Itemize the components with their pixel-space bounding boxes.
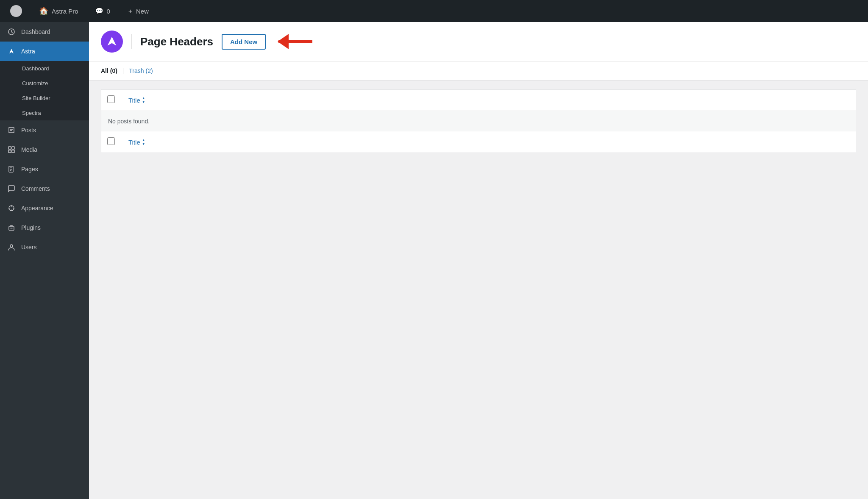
sort-down-arrow: ▼	[142, 100, 145, 104]
comments-icon: 💬	[95, 7, 103, 15]
sidebar-item-pages[interactable]: Pages	[0, 159, 89, 179]
no-posts-cell: No posts found.	[101, 111, 856, 132]
table-body: No posts found.	[101, 111, 856, 132]
active-arrow	[85, 47, 89, 56]
comments-item[interactable]: 💬 0	[92, 6, 114, 17]
table-head: Title ▲ ▼	[101, 89, 856, 111]
select-all-checkbox[interactable]	[107, 95, 115, 103]
posts-icon	[7, 125, 16, 135]
appearance-icon	[7, 204, 16, 213]
select-all-footer-checkbox[interactable]	[107, 137, 115, 145]
sidebar-item-appearance[interactable]: Appearance	[0, 198, 89, 218]
checkbox-footer	[101, 131, 122, 153]
dashboard-icon	[7, 27, 16, 36]
home-label: Astra Pro	[52, 8, 78, 15]
sub-site-builder-label: Site Builder	[22, 95, 50, 101]
add-new-button[interactable]: Add New	[222, 34, 266, 50]
title-sort-link[interactable]: Title ▲ ▼	[128, 97, 145, 104]
sidebar-item-posts[interactable]: Posts	[0, 120, 89, 140]
svg-rect-5	[12, 147, 14, 149]
svg-rect-4	[8, 147, 11, 149]
sidebar: Dashboard Astra Dashboard Customize Site…	[0, 22, 89, 499]
sidebar-label-pages: Pages	[21, 166, 38, 173]
users-icon	[7, 243, 16, 252]
pages-icon	[7, 164, 16, 174]
comments-menu-icon	[7, 184, 16, 193]
sidebar-label-astra: Astra	[21, 48, 35, 55]
table-footer-row: Title ▲ ▼	[101, 131, 856, 153]
sidebar-item-comments[interactable]: Comments	[0, 179, 89, 198]
svg-point-11	[10, 245, 13, 247]
astra-submenu: Dashboard Customize Site Builder Spectra	[0, 61, 89, 120]
sidebar-label-appearance: Appearance	[21, 205, 53, 212]
astra-menu-icon	[7, 47, 16, 56]
media-icon	[7, 145, 16, 154]
subsubsub-nav: All (0) | Trash (2)	[89, 61, 868, 81]
sidebar-item-sub-dashboard[interactable]: Dashboard	[0, 61, 89, 76]
title-col-label-footer: Title	[128, 139, 140, 146]
header-divider	[131, 34, 132, 49]
home-item[interactable]: 🏠 Astra Pro	[36, 5, 82, 17]
sidebar-label-plugins: Plugins	[21, 224, 41, 231]
sort-arrows: ▲ ▼	[142, 97, 145, 104]
sub-spectra-label: Spectra	[22, 110, 41, 116]
sidebar-label-users: Users	[21, 244, 37, 251]
sub-customize-label: Customize	[22, 80, 48, 86]
svg-text:W: W	[14, 9, 18, 14]
trash-count: (2)	[146, 67, 153, 74]
title-sort-link-footer[interactable]: Title ▲ ▼	[128, 139, 145, 146]
trash-filter[interactable]: Trash (2)	[129, 67, 153, 74]
sidebar-item-astra[interactable]: Astra	[0, 42, 89, 61]
trash-label: Trash	[129, 67, 144, 74]
sidebar-label-comments: Comments	[21, 185, 50, 192]
svg-rect-7	[12, 150, 14, 153]
sidebar-item-sub-spectra[interactable]: Spectra	[0, 106, 89, 120]
plus-icon: ＋	[127, 7, 134, 15]
content-header: Page Headers Add New	[89, 22, 868, 61]
admin-bar: W 🏠 Astra Pro 💬 0 ＋ New	[0, 0, 868, 22]
sub-dashboard-label: Dashboard	[22, 65, 49, 72]
astra-logo	[101, 31, 123, 53]
checkbox-header	[101, 89, 122, 111]
sort-up-arrow: ▲	[142, 97, 145, 100]
sidebar-item-sub-customize[interactable]: Customize	[0, 76, 89, 91]
posts-table: Title ▲ ▼ No posts found.	[101, 89, 856, 153]
all-label: All	[101, 67, 108, 74]
sidebar-item-plugins[interactable]: Plugins	[0, 218, 89, 237]
title-column-header: Title ▲ ▼	[122, 89, 856, 111]
title-col-label: Title	[128, 97, 140, 104]
table-foot: Title ▲ ▼	[101, 131, 856, 153]
sidebar-item-users[interactable]: Users	[0, 237, 89, 257]
plugins-icon	[7, 223, 16, 232]
sidebar-label-dashboard: Dashboard	[21, 28, 50, 35]
comments-count: 0	[107, 8, 110, 15]
table-header-row: Title ▲ ▼	[101, 89, 856, 111]
svg-rect-6	[8, 150, 11, 153]
wp-logo-icon: W	[10, 5, 22, 17]
wp-logo-item[interactable]: W	[7, 3, 25, 19]
sort-arrows-footer: ▲ ▼	[142, 139, 145, 146]
no-posts-row: No posts found.	[101, 111, 856, 132]
content-body: Title ▲ ▼ No posts found.	[89, 81, 868, 162]
sort-up-arrow-footer: ▲	[142, 139, 145, 142]
sidebar-item-media[interactable]: Media	[0, 140, 89, 159]
sidebar-item-sub-site-builder[interactable]: Site Builder	[0, 91, 89, 106]
sidebar-item-dashboard[interactable]: Dashboard	[0, 22, 89, 42]
sort-down-arrow-footer: ▼	[142, 142, 145, 146]
filter-separator: |	[122, 67, 126, 74]
new-label: New	[136, 8, 149, 15]
sidebar-label-posts: Posts	[21, 127, 36, 134]
all-filter[interactable]: All (0)	[101, 67, 119, 74]
home-icon: 🏠	[39, 6, 48, 16]
main-content: Page Headers Add New All (0) | Trash (2)	[89, 22, 868, 499]
new-item[interactable]: ＋ New	[124, 6, 152, 17]
page-title: Page Headers	[140, 35, 213, 48]
sidebar-label-media: Media	[21, 146, 37, 153]
all-count: (0)	[110, 67, 117, 74]
title-column-footer: Title ▲ ▼	[122, 131, 856, 153]
